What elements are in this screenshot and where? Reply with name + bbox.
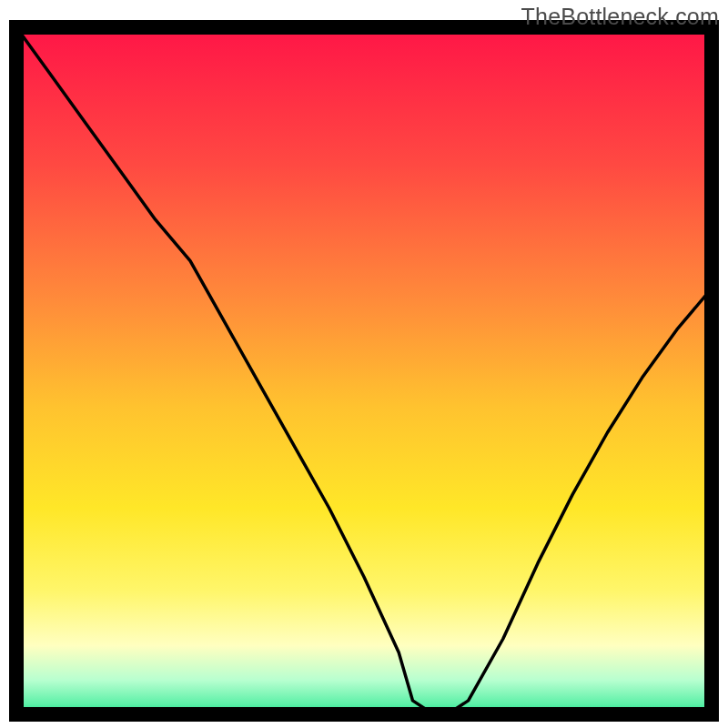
gradient-background (16, 27, 712, 714)
bottleneck-chart (0, 0, 728, 728)
chart-container: TheBottleneck.com (0, 0, 728, 728)
watermark-text: TheBottleneck.com (521, 4, 719, 30)
